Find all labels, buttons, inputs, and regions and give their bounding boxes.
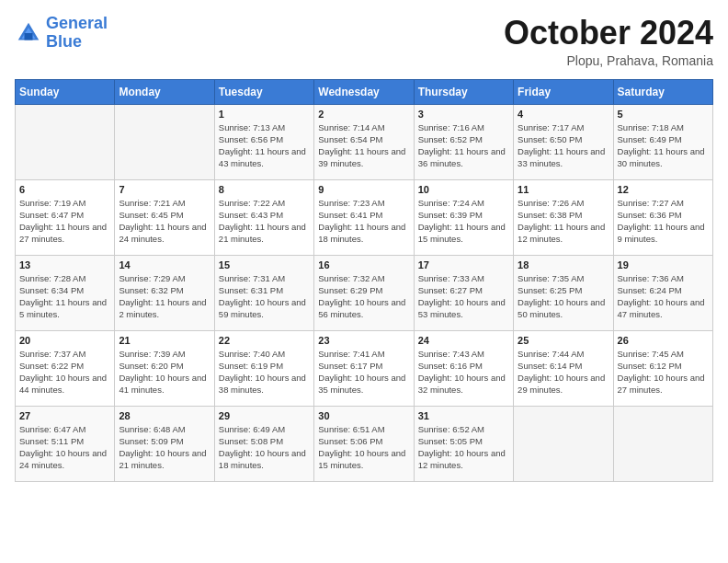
day-info: Sunrise: 7:36 AMSunset: 6:24 PMDaylight:… <box>618 272 709 321</box>
logo-icon <box>15 19 42 47</box>
weekday-header-row: SundayMondayTuesdayWednesdayThursdayFrid… <box>16 79 713 104</box>
day-info: Sunrise: 7:31 AMSunset: 6:31 PMDaylight:… <box>219 272 310 321</box>
weekday-header-sunday: Sunday <box>16 79 115 104</box>
calendar-cell: 12Sunrise: 7:27 AMSunset: 6:36 PMDayligh… <box>613 179 712 255</box>
day-number: 12 <box>618 184 709 195</box>
day-number: 1 <box>219 109 310 120</box>
day-number: 31 <box>418 410 509 421</box>
day-number: 3 <box>418 109 509 120</box>
calendar-cell: 27Sunrise: 6:47 AMSunset: 5:11 PMDayligh… <box>16 406 115 481</box>
day-number: 10 <box>418 184 509 195</box>
calendar-cell: 3Sunrise: 7:16 AMSunset: 6:52 PMDaylight… <box>414 104 513 179</box>
day-info: Sunrise: 7:22 AMSunset: 6:43 PMDaylight:… <box>219 197 310 246</box>
day-info: Sunrise: 7:37 AMSunset: 6:22 PMDaylight:… <box>19 348 110 396</box>
calendar-cell: 7Sunrise: 7:21 AMSunset: 6:45 PMDaylight… <box>115 179 214 255</box>
day-number: 4 <box>518 109 609 120</box>
day-number: 16 <box>318 259 409 270</box>
calendar-cell: 21Sunrise: 7:39 AMSunset: 6:20 PMDayligh… <box>115 330 214 406</box>
day-number: 14 <box>119 259 210 270</box>
svg-rect-2 <box>25 33 33 40</box>
calendar-week-1: 1Sunrise: 7:13 AMSunset: 6:56 PMDaylight… <box>16 104 713 179</box>
calendar-cell <box>613 406 712 481</box>
weekday-header-monday: Monday <box>115 79 214 104</box>
calendar-cell: 28Sunrise: 6:48 AMSunset: 5:09 PMDayligh… <box>115 406 214 481</box>
day-number: 22 <box>219 335 310 346</box>
day-number: 5 <box>618 109 709 120</box>
day-number: 20 <box>19 335 110 346</box>
calendar-cell: 9Sunrise: 7:23 AMSunset: 6:41 PMDaylight… <box>314 179 414 255</box>
calendar-cell: 25Sunrise: 7:44 AMSunset: 6:14 PMDayligh… <box>514 330 613 406</box>
calendar-cell: 30Sunrise: 6:51 AMSunset: 5:06 PMDayligh… <box>314 406 414 481</box>
weekday-header-friday: Friday <box>514 79 613 104</box>
location-subtitle: Plopu, Prahava, Romania <box>504 53 713 68</box>
calendar-cell: 31Sunrise: 6:52 AMSunset: 5:05 PMDayligh… <box>414 406 513 481</box>
day-number: 19 <box>618 259 709 270</box>
day-number: 9 <box>318 184 409 195</box>
day-number: 27 <box>19 410 110 421</box>
calendar-cell: 11Sunrise: 7:26 AMSunset: 6:38 PMDayligh… <box>514 179 613 255</box>
day-number: 18 <box>518 259 609 270</box>
day-number: 25 <box>518 335 609 346</box>
logo-text: General Blue <box>46 15 108 52</box>
calendar-cell: 29Sunrise: 6:49 AMSunset: 5:08 PMDayligh… <box>214 406 313 481</box>
calendar-week-4: 20Sunrise: 7:37 AMSunset: 6:22 PMDayligh… <box>16 330 713 406</box>
calendar-cell: 24Sunrise: 7:43 AMSunset: 6:16 PMDayligh… <box>414 330 513 406</box>
calendar-cell: 23Sunrise: 7:41 AMSunset: 6:17 PMDayligh… <box>314 330 414 406</box>
calendar-cell: 19Sunrise: 7:36 AMSunset: 6:24 PMDayligh… <box>613 255 712 330</box>
day-number: 23 <box>318 335 409 346</box>
day-info: Sunrise: 7:32 AMSunset: 6:29 PMDaylight:… <box>318 272 409 321</box>
day-info: Sunrise: 7:13 AMSunset: 6:56 PMDaylight:… <box>219 121 310 170</box>
day-info: Sunrise: 6:48 AMSunset: 5:09 PMDaylight:… <box>119 423 210 472</box>
day-number: 7 <box>119 184 210 195</box>
day-info: Sunrise: 6:47 AMSunset: 5:11 PMDaylight:… <box>19 423 110 472</box>
day-info: Sunrise: 7:19 AMSunset: 6:47 PMDaylight:… <box>19 197 110 246</box>
day-number: 15 <box>219 259 310 270</box>
day-number: 17 <box>418 259 509 270</box>
calendar-cell <box>115 104 214 179</box>
day-info: Sunrise: 6:51 AMSunset: 5:06 PMDaylight:… <box>318 423 409 472</box>
day-number: 13 <box>19 259 110 270</box>
weekday-header-wednesday: Wednesday <box>314 79 414 104</box>
calendar-cell: 10Sunrise: 7:24 AMSunset: 6:39 PMDayligh… <box>414 179 513 255</box>
day-number: 29 <box>219 410 310 421</box>
day-number: 8 <box>219 184 310 195</box>
calendar-cell: 8Sunrise: 7:22 AMSunset: 6:43 PMDaylight… <box>214 179 313 255</box>
day-number: 30 <box>318 410 409 421</box>
calendar-cell: 15Sunrise: 7:31 AMSunset: 6:31 PMDayligh… <box>214 255 313 330</box>
day-info: Sunrise: 7:24 AMSunset: 6:39 PMDaylight:… <box>418 197 509 246</box>
day-info: Sunrise: 6:52 AMSunset: 5:05 PMDaylight:… <box>418 423 509 472</box>
calendar-cell <box>16 104 115 179</box>
day-info: Sunrise: 7:26 AMSunset: 6:38 PMDaylight:… <box>518 197 609 246</box>
day-info: Sunrise: 7:17 AMSunset: 6:50 PMDaylight:… <box>518 121 609 170</box>
day-info: Sunrise: 7:27 AMSunset: 6:36 PMDaylight:… <box>618 197 709 246</box>
day-info: Sunrise: 7:14 AMSunset: 6:54 PMDaylight:… <box>318 121 409 170</box>
day-info: Sunrise: 7:23 AMSunset: 6:41 PMDaylight:… <box>318 197 409 246</box>
day-number: 28 <box>119 410 210 421</box>
calendar-cell: 17Sunrise: 7:33 AMSunset: 6:27 PMDayligh… <box>414 255 513 330</box>
day-info: Sunrise: 6:49 AMSunset: 5:08 PMDaylight:… <box>219 423 310 472</box>
day-info: Sunrise: 7:35 AMSunset: 6:25 PMDaylight:… <box>518 272 609 321</box>
calendar-week-5: 27Sunrise: 6:47 AMSunset: 5:11 PMDayligh… <box>16 406 713 481</box>
day-info: Sunrise: 7:28 AMSunset: 6:34 PMDaylight:… <box>19 272 110 321</box>
day-number: 26 <box>618 335 709 346</box>
calendar-week-3: 13Sunrise: 7:28 AMSunset: 6:34 PMDayligh… <box>16 255 713 330</box>
month-title: October 2024 <box>504 15 713 52</box>
day-number: 11 <box>518 184 609 195</box>
day-info: Sunrise: 7:39 AMSunset: 6:20 PMDaylight:… <box>119 348 210 396</box>
day-info: Sunrise: 7:45 AMSunset: 6:12 PMDaylight:… <box>618 348 709 396</box>
calendar-cell: 16Sunrise: 7:32 AMSunset: 6:29 PMDayligh… <box>314 255 414 330</box>
day-info: Sunrise: 7:18 AMSunset: 6:49 PMDaylight:… <box>618 121 709 170</box>
title-block: October 2024 Plopu, Prahava, Romania <box>504 15 713 68</box>
day-number: 6 <box>19 184 110 195</box>
page-header: General Blue October 2024 Plopu, Prahava… <box>15 15 713 68</box>
day-info: Sunrise: 7:33 AMSunset: 6:27 PMDaylight:… <box>418 272 509 321</box>
weekday-header-tuesday: Tuesday <box>214 79 313 104</box>
calendar-cell: 14Sunrise: 7:29 AMSunset: 6:32 PMDayligh… <box>115 255 214 330</box>
calendar-cell: 2Sunrise: 7:14 AMSunset: 6:54 PMDaylight… <box>314 104 414 179</box>
calendar-cell: 6Sunrise: 7:19 AMSunset: 6:47 PMDaylight… <box>16 179 115 255</box>
calendar-cell <box>514 406 613 481</box>
day-number: 21 <box>119 335 210 346</box>
day-number: 24 <box>418 335 509 346</box>
day-info: Sunrise: 7:16 AMSunset: 6:52 PMDaylight:… <box>418 121 509 170</box>
weekday-header-saturday: Saturday <box>613 79 712 104</box>
